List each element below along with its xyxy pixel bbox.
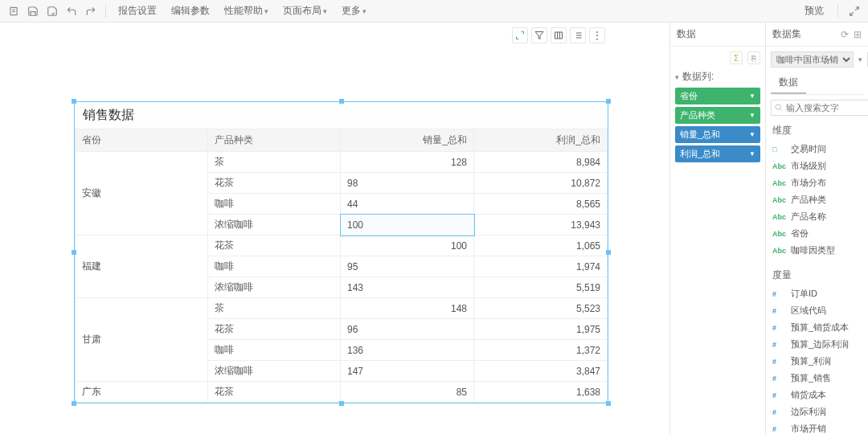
value-cell[interactable]: 95 xyxy=(341,256,474,277)
province-cell[interactable]: 甘肃 xyxy=(76,298,208,382)
field-pill[interactable]: 省份▼ xyxy=(675,88,760,104)
measure-field[interactable]: #预算_边际利润 xyxy=(771,336,863,353)
profit-cell[interactable]: 10,872 xyxy=(474,173,608,194)
profit-cell[interactable]: 8,565 xyxy=(474,194,608,215)
category-cell[interactable]: 浓缩咖啡 xyxy=(208,277,341,298)
undo-icon[interactable] xyxy=(64,4,79,18)
note-icon[interactable] xyxy=(6,4,21,18)
more-vert-icon[interactable]: ⋮ xyxy=(589,27,605,43)
panel-title: 数据 xyxy=(677,27,696,41)
column-header[interactable]: 销量_总和 xyxy=(341,129,474,152)
fullscreen-icon[interactable] xyxy=(847,4,862,18)
field-pill[interactable]: 产品种类▼ xyxy=(675,107,760,124)
category-cell[interactable]: 浓缩咖啡 xyxy=(208,361,341,382)
expand-icon[interactable] xyxy=(512,27,528,43)
profit-cell[interactable]: 1,065 xyxy=(474,235,608,256)
profit-cell[interactable]: 3,847 xyxy=(474,361,608,382)
tab-data[interactable]: 数据 xyxy=(771,72,806,94)
province-cell[interactable]: 福建 xyxy=(76,235,208,298)
value-cell[interactable]: 85 xyxy=(341,382,474,403)
measure-field[interactable]: #市场开销 xyxy=(771,420,863,434)
category-cell[interactable]: 茶 xyxy=(208,152,341,173)
value-cell[interactable]: 143 xyxy=(341,277,474,298)
edit-params-button[interactable]: 编辑参数 xyxy=(166,4,215,18)
save-as-icon[interactable] xyxy=(45,4,59,18)
field-pill[interactable]: 利润_总和▼ xyxy=(675,145,760,162)
preview-button[interactable]: 预览 xyxy=(800,4,829,18)
svg-rect-4 xyxy=(555,32,563,39)
value-cell[interactable]: 98 xyxy=(341,173,474,194)
province-cell[interactable]: 安徽 xyxy=(76,152,208,235)
category-cell[interactable]: 咖啡 xyxy=(208,194,341,215)
dimension-field[interactable]: □交易时间 xyxy=(771,141,863,158)
fx-icon[interactable]: Σ xyxy=(730,51,743,64)
profit-cell[interactable]: 1,974 xyxy=(474,256,608,277)
measure-field[interactable]: #区域代码 xyxy=(771,302,863,319)
resize-handle[interactable] xyxy=(72,99,76,104)
category-cell[interactable]: 茶 xyxy=(208,298,341,319)
category-cell[interactable]: 咖啡 xyxy=(208,340,341,361)
dataset-select[interactable]: 咖啡中国市场销 xyxy=(771,51,854,68)
dimension-field[interactable]: Abc市场级别 xyxy=(771,158,863,174)
measure-field[interactable]: #预算_销售 xyxy=(771,370,863,387)
category-cell[interactable]: 花茶 xyxy=(208,235,341,256)
measure-field[interactable]: #预算_利润 xyxy=(771,353,863,370)
resize-handle[interactable] xyxy=(339,401,344,406)
value-cell[interactable]: 148 xyxy=(341,298,474,319)
resize-handle[interactable] xyxy=(72,250,76,255)
resize-handle[interactable] xyxy=(606,99,611,104)
category-cell[interactable]: 花茶 xyxy=(208,173,341,194)
measure-field[interactable]: #边际利润 xyxy=(771,403,863,420)
column-header[interactable]: 利润_总和 xyxy=(474,129,608,152)
page-layout-button[interactable]: 页面布局▾ xyxy=(278,4,332,18)
table-widget[interactable]: 销售数据 省份产品种类销量_总和利润_总和 安徽茶1288,984花茶9810,… xyxy=(74,101,608,403)
value-cell[interactable]: 147 xyxy=(341,361,474,382)
category-cell[interactable]: 花茶 xyxy=(208,319,341,340)
profit-cell[interactable]: 1,975 xyxy=(474,319,608,340)
dimension-field[interactable]: Abc产品名称 xyxy=(771,208,863,225)
profit-cell[interactable]: 1,638 xyxy=(474,382,608,403)
save-icon[interactable] xyxy=(26,4,40,18)
dimension-field[interactable]: Abc咖啡因类型 xyxy=(771,242,863,259)
canvas-area[interactable]: ⋮ 销售数据 省份产品种类销量_总和利润_总和 安徽茶1288,984花茶981… xyxy=(0,23,669,434)
list-icon[interactable] xyxy=(570,27,586,43)
profit-cell[interactable]: 8,984 xyxy=(474,152,608,173)
value-cell[interactable]: 128 xyxy=(341,152,474,173)
resize-handle[interactable] xyxy=(606,250,611,255)
measure-field[interactable]: #订单ID xyxy=(771,285,863,302)
dimension-field[interactable]: Abc产品种类 xyxy=(771,191,863,208)
search-input[interactable] xyxy=(771,100,868,116)
province-cell[interactable]: 广东 xyxy=(76,382,208,403)
refresh-icon[interactable]: ⟳ xyxy=(841,29,849,40)
value-cell[interactable]: 44 xyxy=(341,194,474,215)
column-header[interactable]: 省份 xyxy=(76,129,208,152)
resize-handle[interactable] xyxy=(606,401,611,406)
category-cell[interactable]: 浓缩咖啡 xyxy=(208,215,341,235)
column-header[interactable]: 产品种类 xyxy=(208,129,341,152)
more-button[interactable]: 更多▾ xyxy=(337,4,371,18)
dimension-field[interactable]: Abc市场分布 xyxy=(771,174,863,191)
category-cell[interactable]: 咖啡 xyxy=(208,256,341,277)
value-cell[interactable]: 136 xyxy=(341,340,474,361)
profit-cell[interactable]: 13,943 xyxy=(474,215,608,235)
perf-help-button[interactable]: 性能帮助▾ xyxy=(219,4,273,18)
measure-field[interactable]: #预算_销货成本 xyxy=(771,319,863,336)
resize-handle[interactable] xyxy=(72,401,76,406)
value-cell[interactable]: 100 xyxy=(341,215,474,235)
profit-cell[interactable]: 5,519 xyxy=(474,277,608,298)
measure-field[interactable]: #销货成本 xyxy=(771,387,863,403)
profit-cell[interactable]: 1,372 xyxy=(474,340,608,361)
category-cell[interactable]: 花茶 xyxy=(208,382,341,403)
db-icon[interactable]: ⊞ xyxy=(854,29,862,40)
value-cell[interactable]: 100 xyxy=(341,235,474,256)
value-cell[interactable]: 96 xyxy=(341,319,474,340)
dimension-field[interactable]: Abc省份 xyxy=(771,225,863,242)
filter-icon[interactable] xyxy=(531,27,547,43)
field-pill[interactable]: 销量_总和▼ xyxy=(675,126,760,143)
profit-cell[interactable]: 5,523 xyxy=(474,298,608,319)
redo-icon[interactable] xyxy=(84,4,98,18)
columns-icon[interactable] xyxy=(551,27,567,43)
format-icon[interactable]: ⎘ xyxy=(747,51,760,64)
report-settings-button[interactable]: 报告设置 xyxy=(113,4,162,18)
resize-handle[interactable] xyxy=(339,99,344,104)
